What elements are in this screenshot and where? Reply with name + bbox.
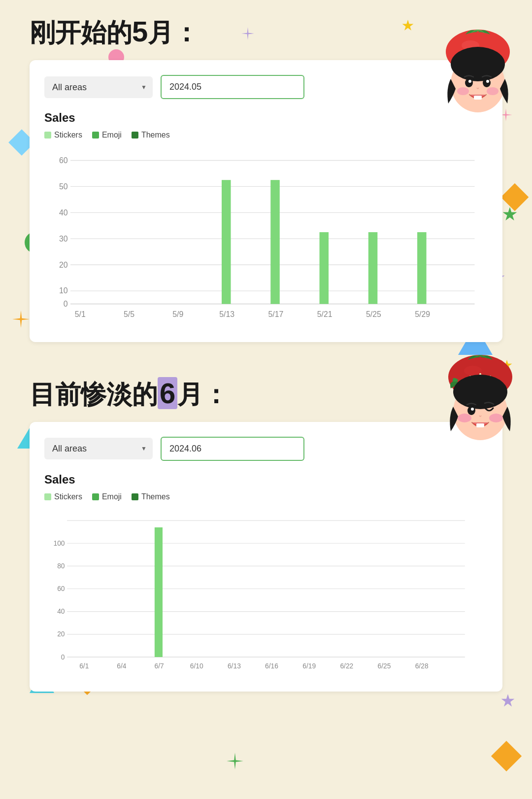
svg-text:5/25: 5/25 [366,310,381,318]
svg-point-58 [457,87,469,95]
svg-text:6/25: 6/25 [378,662,391,670]
svg-text:6/10: 6/10 [190,662,203,670]
svg-text:6/13: 6/13 [228,662,241,670]
chart-svg-2: 0 20 40 60 80 100 6/1 6/4 6/7 6/10 6/13 … [44,509,488,680]
area-select-wrapper-2[interactable]: All areas [44,438,153,459]
chart-container-2: 0 20 40 60 80 100 6/1 6/4 6/7 6/10 6/13 … [44,509,488,682]
svg-point-56 [468,80,471,83]
svg-point-73 [489,414,503,422]
section2-title-num: 6 [158,377,177,409]
bar-may29 [417,232,427,304]
svg-text:20: 20 [57,630,65,638]
svg-point-55 [483,78,491,87]
svg-text:100: 100 [53,539,65,547]
legend-item-stickers-1: Stickers [44,131,82,139]
chart-svg-1: 0 10 20 30 40 50 60 5/1 5/5 5/9 5/13 5/1… [44,147,488,330]
svg-rect-74 [476,423,484,427]
svg-text:5/29: 5/29 [415,310,430,318]
svg-text:5/21: 5/21 [317,310,332,318]
date-input-1[interactable] [161,75,304,99]
svg-text:6/16: 6/16 [265,662,278,670]
chart-title-1: Sales [44,111,488,125]
filter-row-2: All areas [44,437,488,461]
svg-text:60: 60 [57,585,65,592]
character-2 [431,350,530,463]
svg-text:0: 0 [64,300,68,308]
bar-may17 [270,180,280,304]
bar-may13 [222,180,231,304]
legend-label-themes-2: Themes [141,492,170,501]
svg-point-59 [487,87,499,95]
filter-row-1: All areas [44,75,488,99]
section1-title-prefix: 刚开始的 [30,18,132,47]
svg-point-54 [465,78,473,87]
svg-text:6/4: 6/4 [117,662,127,670]
svg-text:10: 10 [59,286,68,295]
svg-text:5/13: 5/13 [219,310,234,318]
legend-1: Stickers Emoji Themes [44,131,488,139]
svg-text:30: 30 [59,235,68,243]
legend-dot-stickers-1 [44,132,51,139]
legend-item-themes-1: Themes [132,131,170,139]
svg-point-70 [467,406,475,415]
svg-point-71 [471,408,474,411]
svg-text:5/5: 5/5 [124,310,134,318]
legend-dot-stickers-2 [44,493,51,500]
section2-title-suffix: 月： [177,380,229,409]
date-input-2[interactable] [161,437,304,461]
legend-label-stickers-2: Stickers [54,492,82,501]
section2-title-prefix: 目前惨淡的 [30,380,158,409]
legend-label-stickers-1: Stickers [54,131,82,139]
svg-point-57 [486,80,489,83]
chart-container-1: 0 10 20 30 40 50 60 5/1 5/5 5/9 5/13 5/1… [44,147,488,332]
area-select-2[interactable]: All areas [44,438,153,459]
bar-may25 [368,232,378,304]
area-select-1[interactable]: All areas [44,76,153,98]
svg-text:50: 50 [59,182,68,191]
svg-text:6/22: 6/22 [340,662,353,670]
legend-2: Stickers Emoji Themes [44,492,488,501]
svg-text:0: 0 [61,653,65,660]
legend-label-emoji-2: Emoji [102,492,122,501]
legend-dot-themes-1 [132,132,138,139]
svg-rect-60 [474,96,482,100]
section1-title-suffix: 月： [148,18,199,47]
svg-text:60: 60 [59,156,68,165]
svg-text:6/19: 6/19 [302,662,316,670]
legend-dot-emoji-2 [92,493,99,500]
chart-title-2: Sales [44,473,488,486]
svg-text:5/17: 5/17 [268,310,283,318]
svg-text:6/7: 6/7 [154,662,164,670]
svg-text:20: 20 [59,261,68,269]
bar-may21 [320,232,329,304]
svg-point-72 [458,414,471,422]
svg-text:40: 40 [57,607,65,615]
area-select-wrapper-1[interactable]: All areas [44,76,153,98]
legend-item-emoji-2: Emoji [92,492,122,501]
character-1 [429,25,527,133]
legend-dot-emoji-1 [92,132,99,139]
legend-item-emoji-1: Emoji [92,131,122,139]
svg-text:5/1: 5/1 [75,310,86,318]
legend-dot-themes-2 [132,493,138,500]
bar-jun7 [155,527,163,657]
svg-text:80: 80 [57,562,65,570]
svg-point-62 [464,366,482,376]
section1-title-num: 5 [132,15,148,47]
legend-item-themes-2: Themes [132,492,170,501]
svg-text:6/28: 6/28 [415,662,429,670]
svg-text:40: 40 [59,208,68,217]
legend-label-themes-1: Themes [141,131,170,139]
legend-label-emoji-1: Emoji [102,131,122,139]
svg-text:6/1: 6/1 [79,662,89,670]
svg-text:5/9: 5/9 [172,310,183,318]
legend-item-stickers-2: Stickers [44,492,82,501]
